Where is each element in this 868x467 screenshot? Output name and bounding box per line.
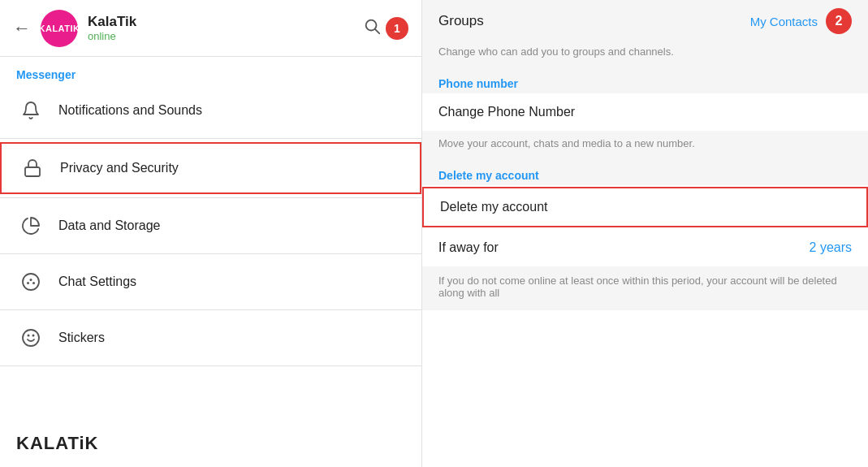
lock-svg bbox=[23, 158, 42, 178]
header-name: KalaTik bbox=[88, 14, 363, 30]
delete-section-bg: Delete my account bbox=[422, 161, 868, 185]
chat-icon bbox=[16, 267, 45, 296]
away-row[interactable]: If away for 2 years bbox=[422, 229, 868, 266]
stickers-label: Stickers bbox=[58, 331, 105, 345]
header-status: online bbox=[88, 30, 363, 42]
phone-section-bg: Phone number bbox=[422, 69, 868, 93]
badge-1: 1 bbox=[386, 17, 408, 40]
sidebar-item-stickers[interactable]: Stickers bbox=[0, 313, 421, 362]
sidebar-item-chat[interactable]: Chat Settings bbox=[0, 257, 421, 306]
sidebar-section-label: Messenger bbox=[0, 57, 421, 86]
header: ← KALATIK KalaTik online 1 bbox=[0, 0, 421, 57]
svg-point-5 bbox=[32, 282, 35, 284]
svg-point-7 bbox=[23, 330, 39, 346]
sidebar-item-notifications[interactable]: Notifications and Sounds bbox=[0, 86, 421, 135]
left-panel: ← KALATIK KalaTik online 1 Messenger Not… bbox=[0, 0, 422, 467]
data-icon bbox=[16, 211, 45, 240]
avatar: KALATIK bbox=[41, 10, 78, 47]
search-button[interactable] bbox=[363, 17, 381, 39]
bell-svg bbox=[21, 101, 41, 120]
divider-4 bbox=[0, 309, 421, 310]
groups-row: Groups My Contacts 2 bbox=[422, 0, 868, 39]
right-panel: Groups My Contacts 2 Change who can add … bbox=[422, 0, 868, 467]
divider-5 bbox=[0, 365, 421, 366]
notifications-label: Notifications and Sounds bbox=[58, 103, 202, 118]
sidebar-item-privacy[interactable]: Privacy and Security bbox=[0, 142, 421, 194]
svg-line-1 bbox=[375, 29, 379, 33]
svg-point-4 bbox=[27, 282, 29, 284]
change-phone-item[interactable]: Change Phone Number bbox=[422, 93, 868, 131]
svg-rect-2 bbox=[25, 167, 40, 176]
chat-label: Chat Settings bbox=[58, 275, 136, 289]
avatar-text: KALATIK bbox=[39, 24, 80, 33]
divider-3 bbox=[0, 253, 421, 254]
phone-description: Move your account, chats and media to a … bbox=[422, 131, 868, 161]
privacy-label: Privacy and Security bbox=[60, 161, 179, 175]
smiley-svg bbox=[21, 328, 41, 348]
pie-svg bbox=[21, 216, 41, 236]
away-value: 2 years bbox=[810, 240, 852, 255]
lock-icon bbox=[18, 154, 47, 183]
brand-footer: KALATiK bbox=[0, 420, 421, 467]
search-icon bbox=[363, 17, 381, 35]
header-info: KalaTik online bbox=[88, 14, 363, 42]
phone-section-label: Phone number bbox=[438, 77, 852, 90]
badge-2: 2 bbox=[826, 8, 852, 34]
svg-point-6 bbox=[30, 279, 32, 281]
away-label: If away for bbox=[438, 240, 499, 255]
divider-1 bbox=[0, 138, 421, 139]
groups-description: Change who can add you to groups and cha… bbox=[422, 39, 868, 69]
divider-2 bbox=[0, 197, 421, 198]
delete-section-label: Delete my account bbox=[438, 169, 852, 182]
back-button[interactable]: ← bbox=[13, 18, 31, 39]
stickers-icon bbox=[16, 323, 45, 352]
delete-account-item[interactable]: Delete my account bbox=[422, 187, 868, 227]
groups-title: Groups bbox=[438, 13, 484, 29]
groups-right: My Contacts 2 bbox=[750, 8, 852, 34]
palette-svg bbox=[21, 272, 41, 292]
groups-value[interactable]: My Contacts bbox=[750, 15, 818, 28]
footer-description: If you do not come online at least once … bbox=[422, 266, 868, 310]
svg-point-3 bbox=[23, 274, 39, 290]
data-label: Data and Storage bbox=[58, 218, 160, 233]
bell-icon bbox=[16, 96, 45, 125]
sidebar-item-data[interactable]: Data and Storage bbox=[0, 201, 421, 250]
